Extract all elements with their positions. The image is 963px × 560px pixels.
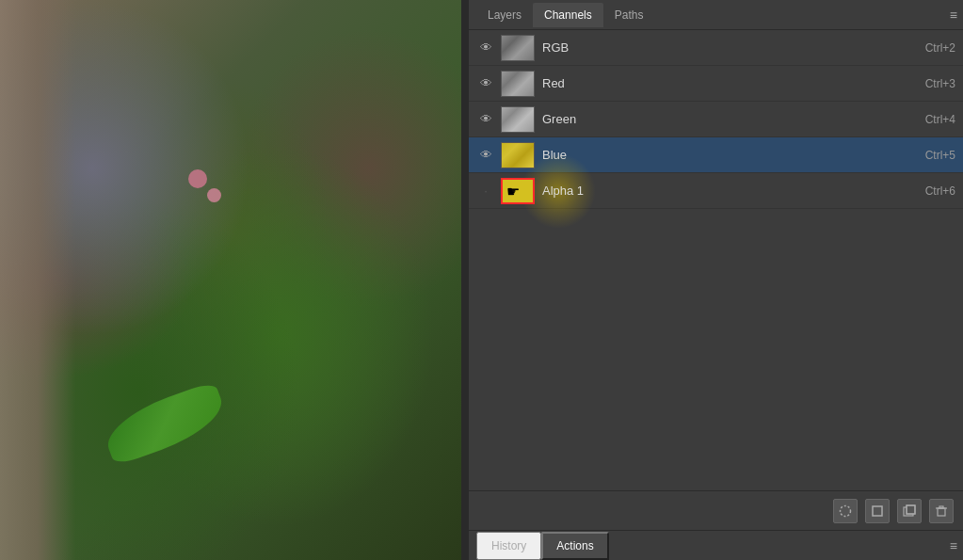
delete-channel-button[interactable] (929, 499, 954, 523)
save-as-mask-button[interactable] (865, 499, 890, 523)
channel-shortcut-rgb: Ctrl+2 (925, 41, 955, 55)
svg-rect-1 (873, 506, 882, 516)
tab-layers[interactable]: Layers (476, 3, 533, 27)
eye-icon-red[interactable]: 👁 (476, 74, 495, 93)
svg-rect-7 (939, 506, 943, 508)
panel-tab-bar: Layers Channels Paths ≡ (469, 0, 963, 30)
stone-texture (0, 0, 75, 560)
panel-options-icon[interactable]: ≡ (950, 8, 957, 23)
flower-2 (207, 188, 221, 202)
cursor-icon: ☛ (506, 183, 520, 200)
channel-thumb-blue (501, 142, 535, 168)
channel-thumb-rgb (501, 35, 535, 61)
new-channel-button[interactable] (897, 499, 922, 523)
square-icon (871, 504, 884, 518)
new-channel-icon (903, 504, 916, 518)
channel-thumb-red (501, 71, 535, 97)
eye-icon-rgb[interactable]: 👁 (476, 39, 495, 57)
channel-name-alpha1: Alpha 1 (542, 184, 925, 198)
svg-point-0 (841, 505, 851, 516)
right-panel: Layers Channels Paths ≡ 👁 RGB Ctrl+2 👁 R… (469, 0, 963, 560)
channel-row-rgb[interactable]: 👁 RGB Ctrl+2 (469, 30, 963, 66)
svg-rect-3 (907, 505, 915, 514)
channel-thumb-alpha1: ☛ (501, 178, 535, 204)
tab-paths[interactable]: Paths (603, 3, 655, 27)
flower-1 (188, 169, 207, 188)
panel-divider (461, 0, 469, 560)
photo-canvas (0, 0, 461, 560)
channel-name-rgb: RGB (542, 40, 925, 55)
svg-rect-5 (938, 508, 945, 516)
channel-row-red[interactable]: 👁 Red Ctrl+3 (469, 66, 963, 102)
channel-shortcut-green: Ctrl+4 (925, 113, 955, 126)
bottom-panel-options-icon[interactable]: ≡ (950, 538, 957, 553)
channel-thumb-green (501, 106, 535, 133)
tab-actions[interactable]: Actions (541, 532, 608, 560)
bottom-tab-bar: History Actions ≡ (469, 530, 963, 560)
eye-icon-alpha1[interactable]: · (476, 182, 495, 200)
channel-name-red: Red (542, 76, 925, 90)
selection-circle-button[interactable] (833, 499, 858, 523)
channel-shortcut-alpha1: Ctrl+6 (925, 184, 955, 198)
channel-name-green: Green (542, 112, 925, 126)
eye-icon-blue[interactable]: 👁 (476, 146, 495, 165)
channel-shortcut-red: Ctrl+3 (925, 77, 955, 90)
channel-row-green[interactable]: 👁 Green Ctrl+4 (469, 102, 963, 137)
channel-name-blue: Blue (542, 148, 925, 162)
channel-row-blue[interactable]: 👁 Blue Ctrl+5 (469, 137, 963, 173)
trash-icon (935, 504, 948, 518)
tab-history[interactable]: History (476, 532, 541, 560)
eye-icon-green[interactable]: 👁 (476, 110, 495, 129)
dotted-circle-icon (839, 504, 852, 518)
tab-channels[interactable]: Channels (533, 3, 603, 27)
channel-shortcut-blue: Ctrl+5 (925, 149, 955, 162)
channels-list: 👁 RGB Ctrl+2 👁 Red Ctrl+3 👁 Green Ctrl+4… (469, 30, 963, 490)
channels-toolbar (469, 490, 963, 530)
channel-row-alpha1[interactable]: · ☛ Alpha 1 Ctrl+6 (469, 173, 963, 209)
